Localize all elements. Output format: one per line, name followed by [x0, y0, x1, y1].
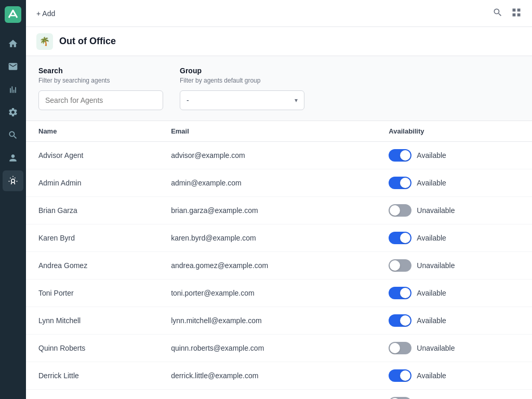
table-row: Admin Adminadmin@example.comAvailable	[26, 169, 532, 197]
cell-email: karen.byrd@example.com	[158, 224, 376, 252]
availability-status: Available	[417, 371, 446, 380]
cell-email: advisor@example.com	[158, 142, 376, 169]
table-row: Marian Bowmanmarian.bowman@example.comUn…	[26, 390, 532, 400]
cell-availability: Unavailable	[376, 390, 532, 400]
search-input[interactable]	[38, 90, 163, 110]
cell-availability: Available	[376, 280, 532, 307]
cell-email: andrea.gomez@example.com	[158, 252, 376, 280]
cell-availability: Available	[376, 142, 532, 169]
table-row: Karen Byrdkaren.byrd@example.comAvailabl…	[26, 224, 532, 252]
col-availability: Availability	[376, 121, 532, 142]
sidebar-item-home[interactable]	[3, 33, 23, 54]
availability-toggle[interactable]	[389, 232, 411, 244]
availability-toggle[interactable]	[389, 314, 411, 327]
availability-cell: Unavailable	[389, 204, 520, 217]
cell-name: Brian Garza	[26, 197, 158, 224]
availability-toggle[interactable]	[389, 149, 411, 162]
toggle-knob	[400, 288, 410, 298]
topbar-right	[493, 7, 522, 20]
availability-toggle[interactable]	[389, 342, 411, 354]
toggle-knob	[390, 343, 400, 353]
filter-section: Search Filter by searching agents Group …	[26, 56, 532, 121]
table-body: Advisor Agentadvisor@example.comAvailabl…	[26, 142, 532, 400]
sidebar-item-settings[interactable]	[3, 102, 23, 123]
col-name: Name	[26, 121, 158, 142]
col-email: Email	[158, 121, 376, 142]
group-select[interactable]: - ▾	[180, 90, 304, 110]
cell-availability: Unavailable	[376, 252, 532, 280]
cell-name: Lynn Mitchell	[26, 307, 158, 335]
page-title: Out of Office	[59, 36, 116, 47]
table-container: Name Email Availability Advisor Agentadv…	[26, 121, 532, 399]
sidebar-item-inbox[interactable]	[3, 56, 23, 77]
add-button[interactable]: + Add	[36, 9, 55, 18]
cell-email: marian.bowman@example.com	[158, 390, 376, 400]
toggle-knob	[400, 150, 410, 161]
availability-status: Available	[417, 179, 446, 187]
chevron-down-icon: ▾	[295, 97, 298, 104]
topbar: + Add	[26, 0, 532, 27]
availability-cell: Available	[389, 177, 520, 189]
cell-name: Advisor Agent	[26, 142, 158, 169]
toggle-knob	[400, 178, 410, 188]
page-header: 🌴 Out of Office	[26, 27, 532, 56]
availability-toggle[interactable]	[389, 287, 411, 299]
availability-cell: Unavailable	[389, 397, 520, 399]
search-filter-group: Search Filter by searching agents	[38, 66, 163, 110]
availability-toggle[interactable]	[389, 259, 411, 272]
cell-email: toni.porter@example.com	[158, 280, 376, 307]
table-row: Advisor Agentadvisor@example.comAvailabl…	[26, 142, 532, 169]
availability-toggle[interactable]	[389, 397, 411, 399]
toggle-knob	[400, 370, 410, 381]
palm-tree-icon: 🌴	[39, 36, 50, 46]
table-header: Name Email Availability	[26, 121, 532, 142]
page-header-icon: 🌴	[36, 33, 53, 50]
search-icon-topbar[interactable]	[493, 7, 503, 20]
cell-name: Quinn Roberts	[26, 335, 158, 362]
group-sublabel: Filter by agents default group	[180, 77, 304, 84]
table-row: Derrick Littlederrick.little@example.com…	[26, 362, 532, 390]
availability-cell: Available	[389, 369, 520, 382]
availability-toggle[interactable]	[389, 204, 411, 217]
group-filter-group: Group Filter by agents default group - ▾	[180, 66, 304, 110]
sidebar-item-outofoffice[interactable]	[3, 170, 23, 191]
availability-status: Available	[417, 234, 446, 242]
availability-toggle[interactable]	[389, 177, 411, 189]
toggle-knob	[390, 260, 400, 271]
availability-status: Available	[417, 151, 446, 159]
app-logo[interactable]	[5, 6, 21, 23]
sidebar-item-reports[interactable]	[3, 79, 23, 100]
agents-table: Name Email Availability Advisor Agentadv…	[26, 121, 532, 399]
table-row: Andrea Gomezandrea.gomez@example.comUnav…	[26, 252, 532, 280]
cell-availability: Available	[376, 307, 532, 335]
cell-availability: Available	[376, 224, 532, 252]
cell-email: derrick.little@example.com	[158, 362, 376, 390]
table-row: Lynn Mitchelllynn.mitchell@example.comAv…	[26, 307, 532, 335]
cell-name: Marian Bowman	[26, 390, 158, 400]
availability-cell: Available	[389, 287, 520, 299]
filter-row: Search Filter by searching agents Group …	[38, 66, 520, 110]
cell-name: Derrick Little	[26, 362, 158, 390]
sidebar-item-profile[interactable]	[3, 148, 23, 168]
cell-name: Toni Porter	[26, 280, 158, 307]
cell-email: brian.garza@example.com	[158, 197, 376, 224]
group-select-value: -	[187, 96, 189, 104]
cell-email: admin@example.com	[158, 169, 376, 197]
toggle-knob	[400, 315, 410, 326]
availability-cell: Available	[389, 314, 520, 327]
availability-cell: Unavailable	[389, 342, 520, 354]
svg-rect-0	[5, 6, 21, 23]
availability-status: Available	[417, 289, 446, 297]
table-row: Quinn Robertsquinn.roberts@example.comUn…	[26, 335, 532, 362]
sidebar-item-search[interactable]	[3, 125, 23, 145]
table-row: Toni Portertoni.porter@example.comAvaila…	[26, 280, 532, 307]
cell-availability: Available	[376, 362, 532, 390]
availability-status: Available	[417, 316, 446, 325]
table-row: Brian Garzabrian.garza@example.comUnavai…	[26, 197, 532, 224]
cell-email: lynn.mitchell@example.com	[158, 307, 376, 335]
toggle-knob	[390, 205, 400, 216]
grid-icon[interactable]	[511, 7, 522, 20]
search-label: Search	[38, 66, 163, 75]
availability-toggle[interactable]	[389, 369, 411, 382]
main-content: + Add 🌴 Out of Office Search Filter by s…	[26, 0, 532, 399]
